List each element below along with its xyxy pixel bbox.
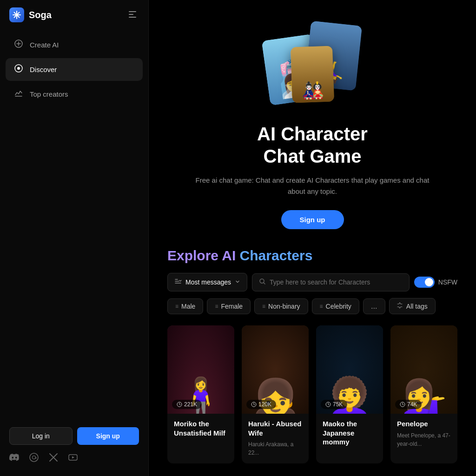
character-info-moriko: Moriko the Unsatisfied Milf — [167, 414, 234, 447]
auth-buttons: Log in Sign up — [9, 427, 139, 445]
signup-button-sidebar[interactable]: Sign up — [77, 427, 139, 445]
nsfw-toggle-area: NSFW — [414, 277, 457, 288]
tag-male-icon: ≡ — [175, 303, 178, 310]
character-name-maoko: Maoko the Japanese mommy — [323, 419, 377, 447]
character-card-maoko[interactable]: 👩‍🦱 75K Maoko the Japanese mommy — [316, 325, 383, 463]
hero-subtitle: Free ai chat game: Chat and create AI Ch… — [187, 175, 438, 197]
create-ai-icon — [13, 39, 24, 51]
discover-label: Discover — [30, 66, 57, 73]
youtube-icon[interactable] — [68, 452, 78, 465]
app-name: Soga — [29, 10, 52, 20]
sidebar-item-discover[interactable]: Discover — [6, 58, 143, 81]
sidebar-header: Soga — [0, 0, 148, 30]
tag-all[interactable]: All tags — [389, 298, 436, 314]
nsfw-toggle-switch[interactable] — [414, 277, 435, 288]
hero-title: AI CharacterChat Game — [257, 123, 368, 167]
tag-female-icon: ≡ — [215, 303, 218, 310]
svg-point-5 — [17, 67, 20, 70]
sort-chevron-icon — [235, 279, 240, 286]
filter-row: Most messages — [167, 273, 457, 291]
character-card-moriko[interactable]: 🧍‍♀️ 221K Moriko the Unsatisfied Milf — [167, 325, 234, 463]
app-logo-icon — [9, 7, 24, 22]
tag-celebrity-label: Celebrity — [326, 303, 351, 310]
character-name-haruki: Haruki - Abused Wife — [248, 419, 302, 437]
svg-rect-1 — [129, 14, 133, 15]
message-count-moriko: 221K — [172, 400, 202, 409]
sidebar-toggle-button[interactable] — [126, 8, 139, 22]
discord-icon[interactable] — [9, 452, 20, 465]
sidebar-item-create-ai[interactable]: Create AI — [6, 33, 143, 56]
message-count-penelope: 74K — [395, 400, 422, 409]
tag-non-binary-label: Non-binary — [268, 303, 300, 310]
tag-non-binary-icon: ≡ — [262, 303, 265, 310]
tag-female-label: Female — [221, 303, 243, 310]
tag-non-binary[interactable]: ≡ Non-binary — [254, 298, 308, 314]
character-info-maoko: Maoko the Japanese mommy — [316, 414, 383, 456]
character-info-penelope: Penelope Meet Penelope, a 47-year-old... — [390, 414, 457, 455]
svg-point-6 — [30, 453, 38, 462]
hero-signup-button[interactable]: Sign up — [281, 210, 344, 229]
sort-select[interactable]: Most messages — [167, 273, 247, 291]
character-image-maoko: 👩‍🦱 75K — [316, 325, 383, 414]
hero-images: 🧖‍♀️ 🤸‍♀️ 🎎 — [257, 19, 368, 112]
search-bar[interactable] — [252, 273, 410, 291]
discover-icon — [13, 64, 24, 75]
character-desc-penelope: Meet Penelope, a 47-year-old... — [397, 431, 451, 448]
explore-title: Explore AI Characters — [167, 248, 457, 264]
tag-celebrity-icon: ≡ — [320, 303, 323, 310]
top-creators-label: Top creators — [30, 90, 68, 98]
tag-all-label: All tags — [406, 303, 428, 310]
character-card-haruki[interactable]: 👧 120K Haruki - Abused Wife Haruki Araka… — [242, 325, 309, 463]
twitter-icon[interactable] — [48, 452, 59, 465]
reddit-icon[interactable] — [29, 452, 39, 465]
sidebar-footer: Log in Sign up — [0, 418, 148, 476]
main-content: 🧖‍♀️ 🤸‍♀️ 🎎 AI CharacterChat Game Free a… — [149, 0, 476, 476]
tag-celebrity[interactable]: ≡ Celebrity — [312, 298, 359, 314]
tag-more-label: … — [371, 303, 377, 310]
search-icon — [259, 278, 266, 287]
sort-label: Most messages — [185, 278, 231, 286]
explore-section: Explore AI Characters Most messages — [149, 238, 476, 476]
characters-grid: 🧍‍♀️ 221K Moriko the Unsatisfied Milf 👧 — [167, 325, 457, 463]
character-image-haruki: 👧 120K — [242, 325, 309, 414]
character-name-moriko: Moriko the Unsatisfied Milf — [174, 419, 228, 437]
create-ai-label: Create AI — [30, 41, 59, 49]
svg-rect-2 — [129, 17, 136, 18]
tag-female[interactable]: ≡ Female — [207, 298, 251, 314]
sidebar-nav: Create AI Discover Top creators — [0, 30, 148, 418]
character-desc-haruki: Haruki Arakawa, a 22... — [248, 440, 302, 457]
message-count-maoko: 75K — [321, 400, 347, 409]
tag-more[interactable]: … — [363, 298, 385, 314]
sidebar-item-top-creators[interactable]: Top creators — [6, 83, 143, 106]
svg-rect-0 — [129, 11, 136, 12]
hero-section: 🧖‍♀️ 🤸‍♀️ 🎎 AI CharacterChat Game Free a… — [149, 0, 476, 238]
sidebar: Soga Create AI — [0, 0, 149, 476]
toggle-knob — [425, 278, 433, 286]
tag-male-label: Male — [181, 303, 195, 310]
tag-male[interactable]: ≡ Male — [167, 298, 203, 314]
explore-title-part2: Characters — [240, 248, 313, 263]
character-image-penelope: 💁‍♀️ 74K — [390, 325, 457, 414]
character-info-haruki: Haruki - Abused Wife Haruki Arakawa, a 2… — [242, 414, 309, 463]
social-icons — [9, 450, 139, 467]
nsfw-label: NSFW — [438, 278, 457, 286]
character-name-penelope: Penelope — [397, 419, 451, 429]
hero-card-center: 🎎 — [291, 46, 334, 103]
explore-title-part1: Explore AI — [167, 248, 240, 263]
search-input[interactable] — [270, 278, 403, 286]
svg-point-7 — [33, 456, 36, 459]
top-creators-icon — [13, 88, 24, 100]
character-image-moriko: 🧍‍♀️ 221K — [167, 325, 234, 414]
login-button[interactable]: Log in — [9, 427, 73, 445]
character-card-penelope[interactable]: 💁‍♀️ 74K Penelope Meet Penelope, a 47-ye… — [390, 325, 457, 463]
sort-icon — [174, 278, 182, 287]
logo-area: Soga — [9, 7, 52, 22]
tags-row: ≡ Male ≡ Female ≡ Non-binary ≡ Celebrity… — [167, 298, 457, 314]
tag-all-icon — [397, 302, 403, 310]
message-count-haruki: 120K — [246, 400, 276, 409]
